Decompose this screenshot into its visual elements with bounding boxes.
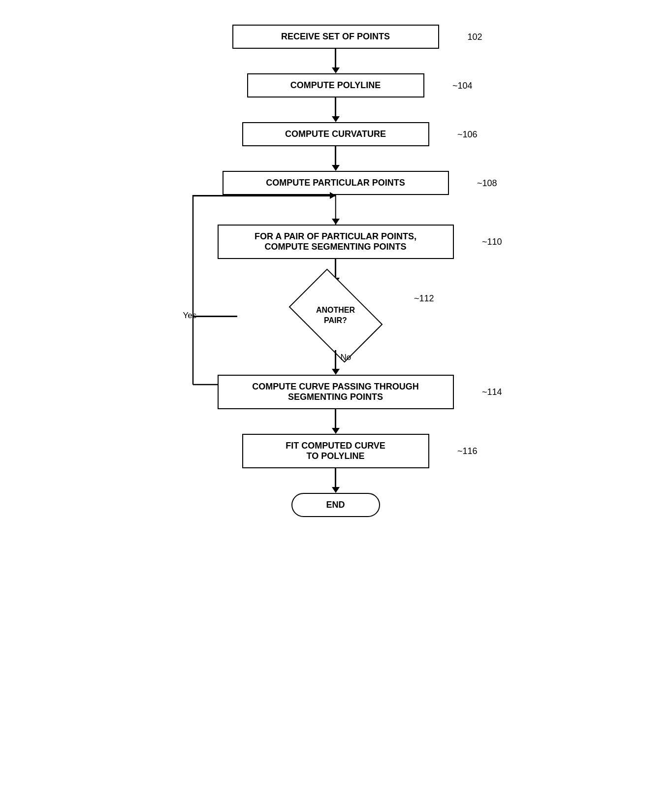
arrow-line	[335, 350, 336, 369]
loop-back-horizontal	[193, 195, 335, 196]
arrow-head	[332, 428, 340, 434]
step-106-box: COMPUTE CURVATURE ~106	[242, 122, 429, 146]
step-114-box: COMPUTE CURVE PASSING THROUGH SEGMENTING…	[218, 375, 454, 409]
arrow-head	[332, 369, 340, 375]
step-108-row: COMPUTE PARTICULAR POINTS ~108	[114, 171, 557, 195]
step-108-label: COMPUTE PARTICULAR POINTS	[266, 178, 405, 188]
step-108-box: COMPUTE PARTICULAR POINTS ~108	[223, 171, 449, 195]
arrow-head	[332, 487, 340, 493]
step-104-row: COMPUTE POLYLINE ~104	[114, 73, 557, 97]
step-114-line1: COMPUTE CURVE PASSING THROUGH	[230, 382, 441, 392]
arrow-line	[335, 468, 336, 487]
step-116-row: FIT COMPUTED CURVE TO POLYLINE ~116	[114, 434, 557, 468]
step-106-ref: ~106	[457, 129, 478, 139]
step-112-ref: ~112	[414, 293, 434, 304]
step-116-line1: FIT COMPUTED CURVE	[255, 441, 416, 451]
arrow-112-114	[332, 350, 340, 375]
arrow-line	[335, 259, 336, 278]
flowchart: RECEIVE SET OF POINTS 102 COMPUTE POLYLI…	[114, 15, 557, 517]
step-102-row: RECEIVE SET OF POINTS 102	[114, 25, 557, 49]
diamond-112-container: ANOTHER PAIR? ~112 Yes No	[114, 284, 557, 348]
diamond-line1: ANOTHER	[316, 305, 355, 316]
step-110-line1: FOR A PAIR OF PARTICULAR POINTS,	[230, 231, 441, 242]
end-box: END	[291, 493, 380, 517]
step-102-box: RECEIVE SET OF POINTS 102	[232, 25, 439, 49]
step-104-ref: ~104	[452, 80, 473, 91]
end-label: END	[326, 500, 345, 510]
arrow-108-110-container	[114, 195, 557, 225]
step-110-box: FOR A PAIR OF PARTICULAR POINTS, COMPUTE…	[218, 225, 454, 259]
arrow-line	[335, 409, 336, 428]
step-104-box: COMPUTE POLYLINE ~104	[247, 73, 424, 97]
loop-section: FOR A PAIR OF PARTICULAR POINTS, COMPUTE…	[114, 195, 557, 375]
step-102-label: RECEIVE SET OF POINTS	[281, 32, 390, 41]
arrow-line	[335, 146, 336, 165]
step-104-label: COMPUTE POLYLINE	[290, 80, 381, 90]
diamond-text: ANOTHER PAIR?	[316, 305, 355, 326]
arrow-line	[335, 49, 336, 67]
step-110-row: FOR A PAIR OF PARTICULAR POINTS, COMPUTE…	[114, 225, 557, 259]
step-116-line2: TO POLYLINE	[255, 451, 416, 461]
step-110-line2: COMPUTE SEGMENTING POINTS	[230, 242, 441, 252]
step-116-ref: ~116	[457, 446, 478, 456]
arrow-down-head	[332, 219, 340, 225]
step-116-box: FIT COMPUTED CURVE TO POLYLINE ~116	[242, 434, 429, 468]
arrow-106-108	[332, 146, 340, 171]
end-row: END	[114, 493, 557, 517]
step-114-ref: ~114	[482, 387, 502, 397]
step-106-row: COMPUTE CURVATURE ~106	[114, 122, 557, 146]
step-106-label: COMPUTE CURVATURE	[285, 129, 386, 139]
step-114-line2: SEGMENTING POINTS	[230, 392, 441, 402]
arrow-114-116	[332, 409, 340, 434]
step-110-ref: ~110	[482, 237, 502, 247]
diamond-112: ANOTHER PAIR?	[287, 284, 385, 348]
arrow-line	[335, 97, 336, 116]
arrow-116-end	[332, 468, 340, 493]
arrow-104-106	[332, 97, 340, 122]
arrow-102-104	[332, 49, 340, 73]
step-102-ref: 102	[467, 32, 482, 42]
arrow-head	[332, 116, 340, 122]
step-108-ref: ~108	[477, 178, 497, 188]
no-label: No	[341, 353, 351, 362]
diamond-line2: PAIR?	[316, 316, 355, 326]
step-114-row: COMPUTE CURVE PASSING THROUGH SEGMENTING…	[114, 375, 557, 409]
loop-left-from-diamond	[193, 316, 237, 317]
arrow-head	[332, 165, 340, 171]
loop-right-arrow	[330, 192, 336, 199]
arrow-head	[332, 67, 340, 73]
